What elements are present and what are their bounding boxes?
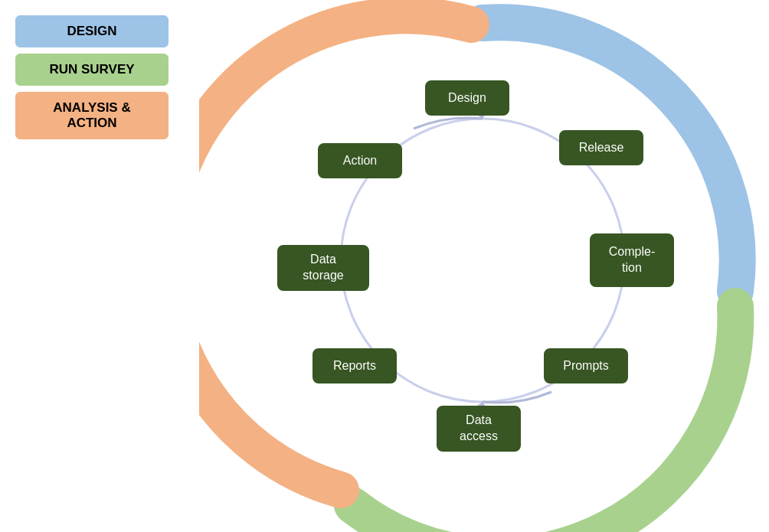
legend-design: DESIGN — [15, 15, 169, 47]
node-reports: Reports — [313, 348, 397, 383]
node-design: Design — [425, 80, 509, 116]
legend-analysis: ANALYSIS & ACTION — [15, 92, 169, 139]
node-completion: Comple-tion — [590, 233, 674, 287]
legend-run: RUN SURVEY — [15, 54, 169, 86]
node-prompts: Prompts — [544, 348, 628, 383]
node-data-access: Dataaccess — [437, 406, 521, 452]
node-action: Action — [318, 143, 402, 178]
legend: DESIGN RUN SURVEY ANALYSIS & ACTION — [15, 15, 169, 139]
node-release: Release — [559, 130, 643, 165]
diagram: Design Release Comple-tion Prompts Dataa… — [199, 0, 766, 532]
node-data-storage: Datastorage — [277, 245, 369, 291]
